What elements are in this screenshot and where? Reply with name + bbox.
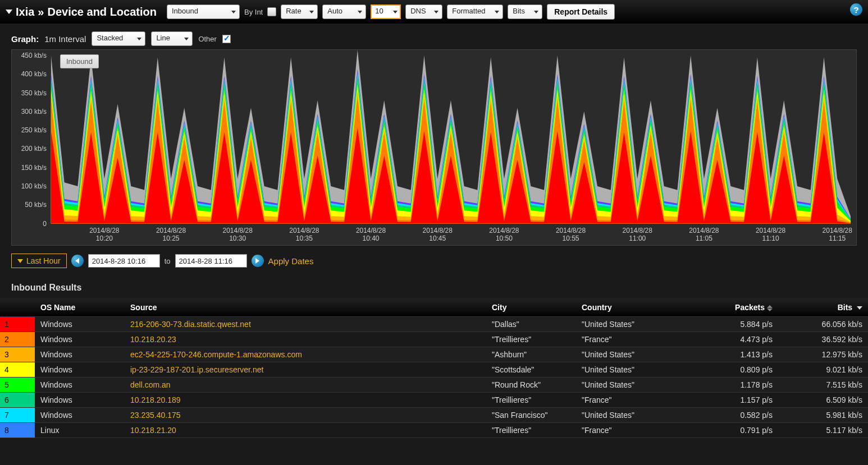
next-range-button[interactable] (252, 255, 264, 267)
col-bits[interactable]: Bits (778, 298, 868, 317)
table-row[interactable]: 2Windows10.218.20.23"Treillieres""France… (0, 332, 868, 347)
results-title: Inbound Results (0, 276, 868, 298)
stacked-select[interactable]: Stacked (92, 31, 145, 46)
cell-packets: 5.884 p/s (688, 317, 778, 332)
title-prefix: Ixia (16, 6, 34, 19)
row-color: 6 (0, 393, 35, 408)
apply-dates-link[interactable]: Apply Dates (268, 256, 314, 266)
svg-text:250 kb/s: 250 kb/s (21, 126, 47, 134)
table-row[interactable]: 7Windows23.235.40.175"San Francisco""Uni… (0, 408, 868, 423)
svg-text:0: 0 (43, 220, 47, 228)
cell-source[interactable]: 10.218.21.20 (125, 423, 486, 438)
svg-text:200 kb/s: 200 kb/s (21, 145, 47, 153)
from-date-input[interactable] (88, 254, 160, 268)
last-hour-button[interactable]: Last Hour (11, 254, 67, 268)
rate-select[interactable]: Rate (281, 4, 318, 19)
table-row[interactable]: 6Windows10.218.20.189"Treillieres""Franc… (0, 393, 868, 408)
collapse-icon (6, 10, 12, 14)
cell-bits: 5.981 kb/s (778, 408, 868, 423)
to-date-input[interactable] (175, 254, 247, 268)
chart-legend[interactable]: Inbound (60, 54, 99, 68)
cell-os: Linux (35, 423, 125, 438)
cell-source[interactable]: 10.218.20.189 (125, 393, 486, 408)
graph-label: Graph: (11, 34, 39, 44)
svg-text:100 kb/s: 100 kb/s (21, 182, 47, 190)
dns-select[interactable]: DNS (405, 4, 442, 19)
prev-range-button[interactable] (71, 255, 84, 267)
help-icon[interactable]: ? (850, 3, 862, 16)
chart-svg: 050 kb/s100 kb/s150 kb/s200 kb/s250 kb/s… (12, 50, 856, 246)
cell-city: "San Francisco" (486, 408, 576, 423)
svg-text:2014/8/28: 2014/8/28 (689, 227, 719, 234)
svg-text:2014/8/28: 2014/8/28 (556, 227, 586, 234)
cell-source[interactable]: 23.235.40.175 (125, 408, 486, 423)
title-suffix: Device and Location (47, 6, 157, 19)
svg-text:10:25: 10:25 (163, 234, 180, 242)
chevron-down-icon (17, 259, 23, 263)
cell-country: "United States" (576, 408, 688, 423)
svg-text:150 kb/s: 150 kb/s (21, 164, 47, 172)
row-color: 5 (0, 377, 35, 393)
cell-packets: 0.582 p/s (688, 408, 778, 423)
cell-source[interactable]: ec2-54-225-170-246.compute-1.amazonaws.c… (125, 347, 486, 362)
svg-text:2014/8/28: 2014/8/28 (823, 227, 853, 234)
row-color: 8 (0, 423, 35, 438)
report-details-button[interactable]: Report Details (547, 4, 615, 20)
svg-text:11:10: 11:10 (762, 234, 779, 242)
auto-select[interactable]: Auto (322, 4, 366, 19)
row-color: 4 (0, 362, 35, 377)
bits-select[interactable]: Bits (508, 4, 542, 19)
cell-packets: 0.791 p/s (688, 423, 778, 438)
table-row[interactable]: 8Linux10.218.21.20"Treillieres""France"0… (0, 423, 868, 438)
col-source[interactable]: Source (125, 298, 486, 317)
cell-city: "Dallas" (486, 317, 576, 332)
cell-source[interactable]: dell.com.an (125, 377, 486, 393)
svg-text:2014/8/28: 2014/8/28 (156, 227, 186, 234)
cell-country: "France" (576, 332, 688, 347)
cell-bits: 5.117 kb/s (778, 423, 868, 438)
table-row[interactable]: 4Windowsip-23-229-187-201.ip.secureserve… (0, 362, 868, 377)
cell-os: Windows (35, 408, 125, 423)
page-title[interactable]: Ixia » Device and Location (6, 6, 157, 19)
cell-packets: 1.157 p/s (688, 393, 778, 408)
cell-os: Windows (35, 393, 125, 408)
cell-source[interactable]: ip-23-229-187-201.ip.secureserver.net (125, 362, 486, 377)
cell-bits: 6.509 kb/s (778, 393, 868, 408)
title-sep: » (38, 6, 44, 19)
by-int-checkbox[interactable] (267, 7, 276, 16)
col-city[interactable]: City (486, 298, 576, 317)
svg-text:2014/8/28: 2014/8/28 (623, 227, 653, 234)
svg-text:400 kb/s: 400 kb/s (21, 70, 47, 78)
table-row[interactable]: 5Windowsdell.com.an"Round Rock""United S… (0, 377, 868, 393)
cell-country: "United States" (576, 377, 688, 393)
formatted-select[interactable]: Formatted (447, 4, 503, 19)
svg-text:11:00: 11:00 (629, 234, 646, 242)
cell-country: "United States" (576, 362, 688, 377)
col-packets[interactable]: Packets (688, 298, 778, 317)
cell-country: "United States" (576, 317, 688, 332)
table-row[interactable]: 1Windows216-206-30-73.dia.static.qwest.n… (0, 317, 868, 332)
direction-select[interactable]: Inbound (167, 4, 240, 19)
row-color: 1 (0, 317, 35, 332)
cell-country: "France" (576, 393, 688, 408)
svg-text:2014/8/28: 2014/8/28 (423, 227, 453, 234)
cell-source[interactable]: 216-206-30-73.dia.static.qwest.net (125, 317, 486, 332)
cell-bits: 12.975 kb/s (778, 347, 868, 362)
linetype-select[interactable]: Line (151, 31, 193, 46)
cell-os: Windows (35, 362, 125, 377)
cell-source[interactable]: 10.218.20.23 (125, 332, 486, 347)
count-input[interactable]: 10 (371, 4, 401, 19)
timerange-bar: Last Hour to Apply Dates (0, 246, 868, 276)
cell-os: Windows (35, 332, 125, 347)
svg-text:10:50: 10:50 (496, 234, 513, 242)
col-os[interactable]: OS Name (35, 298, 125, 317)
svg-text:50 kb/s: 50 kb/s (25, 201, 47, 209)
table-row[interactable]: 3Windowsec2-54-225-170-246.compute-1.ama… (0, 347, 868, 362)
row-color: 3 (0, 347, 35, 362)
other-checkbox[interactable] (222, 35, 231, 43)
cell-packets: 1.178 p/s (688, 377, 778, 393)
cell-bits: 36.592 kb/s (778, 332, 868, 347)
svg-text:11:05: 11:05 (696, 234, 712, 242)
cell-packets: 4.473 p/s (688, 332, 778, 347)
col-country[interactable]: Country (576, 298, 688, 317)
